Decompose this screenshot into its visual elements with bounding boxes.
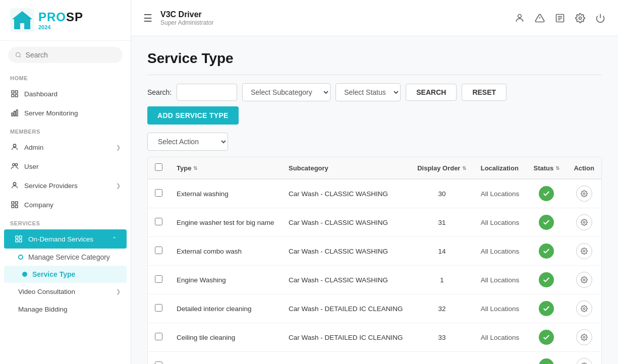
services-section: SERVICES On-Demand Services ⌃ Manage Ser… [0,214,131,318]
row-status-cell [526,237,567,266]
row-type: Detailed interior cleaning [170,294,282,323]
row-type: Seat protection [170,352,282,365]
on-demand-icon [14,234,23,244]
sidebar-item-admin[interactable]: Admin ❯ [0,138,131,157]
company-label: Company [24,201,121,209]
row-subcategory: Car Wash - CLASSIC WASHING [282,237,410,266]
search-button[interactable]: SEARCH [406,84,457,101]
row-checkbox[interactable] [155,247,162,254]
row-checkbox[interactable] [155,361,162,364]
status-active-icon[interactable] [539,244,554,259]
notes-icon[interactable] [554,13,566,24]
row-localization: All Locations [474,294,527,323]
main-content: ☰ V3C Driver Super Administrator Servic [131,0,618,364]
header-subtitle: Super Administrator [160,19,506,26]
svg-point-37 [583,308,585,310]
members-section-label: MEMBERS [0,123,131,138]
reset-button[interactable]: RESET [462,84,507,101]
row-checkbox[interactable] [155,333,162,340]
status-active-icon[interactable] [539,301,554,316]
select-all-checkbox[interactable] [155,163,162,171]
sidebar-item-server-monitoring[interactable]: Server Monitoring [0,103,131,123]
row-status-cell [526,179,567,208]
row-checkbox[interactable] [155,275,162,283]
svg-point-3 [16,52,20,56]
row-gear-button[interactable] [576,300,592,317]
display-order-sort[interactable]: Display Order ⇅ [417,164,466,172]
person-icon [10,143,19,152]
sidebar-item-video-consultation[interactable]: Video Consultation ❯ [0,283,131,300]
row-subcategory: Car Wash - DETAILED IC CLEANING [282,294,410,323]
video-consultation-chevron-icon: ❯ [116,288,121,295]
header-title-block: V3C Driver Super Administrator [160,10,506,26]
hamburger-icon[interactable]: ☰ [143,12,152,24]
service-providers-label: Service Providers [24,182,111,190]
action-bar: Select Action Delete Selected Activate S… [147,133,602,151]
status-active-icon[interactable] [539,186,554,201]
sidebar-search-area [0,41,131,69]
row-display-order: 30 [410,179,474,208]
row-status-cell [526,266,567,294]
svg-point-24 [518,14,522,18]
status-active-icon[interactable] [539,215,554,230]
svg-rect-22 [16,239,18,242]
svg-rect-20 [16,236,18,238]
row-checkbox[interactable] [155,304,162,312]
logo-prosp: PROSP [38,10,83,24]
home-section-label: HOME [0,69,131,84]
sidebar-item-dashboard[interactable]: Dashboard [0,84,131,103]
search-input[interactable] [177,84,237,101]
row-subcategory: Car Wash - DETAILED IC CLEANING [282,323,410,352]
row-checkbox[interactable] [155,218,162,225]
manage-category-dot-icon [18,255,23,260]
settings-icon[interactable] [575,13,586,24]
row-gear-button[interactable] [576,272,592,288]
sidebar-item-user[interactable]: User [0,157,131,176]
row-type: Ceiling tile cleaning [170,323,282,352]
video-consultation-label: Video Consultation [18,288,111,295]
row-gear-button[interactable] [576,358,592,364]
row-display-order: 33 [410,323,474,352]
logo-area: PROSP 2024 [0,0,131,41]
sidebar-item-company[interactable]: Company [0,195,131,214]
power-icon[interactable] [595,13,606,24]
status-sort[interactable]: Status ⇅ [533,164,559,172]
row-display-order: 1 [410,266,474,294]
row-checkbox-cell [148,266,170,294]
status-select[interactable]: Select Status Active Inactive [335,83,401,101]
row-checkbox[interactable] [155,189,162,197]
home-section: HOME Dashboard Server Monitoring [0,69,131,123]
type-sort[interactable]: Type ⇅ [177,164,197,172]
user-profile-icon[interactable] [514,13,525,24]
sidebar-sub-item-manage-service-category[interactable]: Manage Service Category [0,249,131,266]
table-row: External washing Car Wash - CLASSIC WASH… [148,179,601,208]
sidebar-search-input[interactable] [26,51,116,59]
service-providers-chevron-icon: ❯ [116,183,121,189]
svg-point-15 [13,183,16,185]
row-action-cell [567,208,601,237]
sidebar-item-manage-bidding[interactable]: Manage Bidding [0,300,131,318]
row-localization: All Locations [474,323,527,352]
table-row: Detailed interior cleaning Car Wash - DE… [148,294,601,323]
svg-rect-6 [15,91,18,93]
row-gear-button[interactable] [576,329,592,345]
sidebar-item-service-providers[interactable]: Service Providers ❯ [0,176,131,195]
row-display-order: 14 [410,237,474,266]
status-active-icon[interactable] [539,272,554,287]
row-gear-button[interactable] [576,243,592,259]
sidebar-sub-item-service-type[interactable]: Service Type [4,266,127,283]
row-subcategory: Car Wash - CLASSIC WASHING [282,179,410,208]
service-type-table: Type ⇅ Subcategory Display Order ⇅ Local… [147,157,602,364]
action-select[interactable]: Select Action Delete Selected Activate S… [147,133,228,151]
svg-rect-21 [19,236,22,238]
add-service-type-button[interactable]: ADD SERVICE TYPE [147,106,239,125]
status-active-icon[interactable] [539,330,554,345]
search-box[interactable] [8,47,123,63]
row-gear-button[interactable] [576,186,592,202]
row-gear-button[interactable] [576,214,592,230]
alert-icon[interactable] [534,13,545,24]
subcategory-select[interactable]: Select Subcategory Car Wash Detailed IC … [242,83,330,101]
sidebar-item-on-demand-services[interactable]: On-Demand Services ⌃ [4,229,127,249]
status-active-icon[interactable] [539,358,554,364]
bar-chart-icon [10,108,19,117]
